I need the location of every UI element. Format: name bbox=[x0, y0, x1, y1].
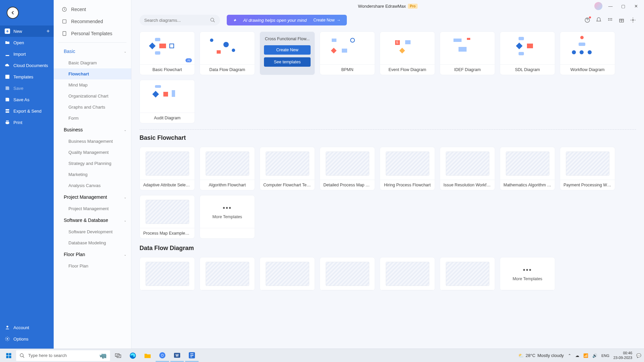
sub-basic-diagram[interactable]: Basic Diagram bbox=[54, 57, 131, 68]
add-icon[interactable]: + bbox=[47, 28, 50, 34]
sub-graphs[interactable]: Graphs and Charts bbox=[54, 102, 131, 113]
sub-marketing[interactable]: Marketing bbox=[54, 169, 131, 180]
tpl-process-map[interactable]: Process Map Examples Te... bbox=[140, 195, 195, 239]
tray-volume-icon[interactable]: 🔊 bbox=[592, 353, 597, 358]
cat-pm[interactable]: Project Management⌄ bbox=[54, 191, 131, 203]
content-scroll[interactable]: AI Basic Flowchart Data Flow Diagram Cro… bbox=[131, 28, 644, 349]
card-idef[interactable]: IDEF Diagram bbox=[440, 32, 495, 75]
tpl-payment[interactable]: Payment Processing Workf... bbox=[560, 147, 615, 190]
card-cross-functional[interactable]: Cross Functional Flow... Create New See … bbox=[260, 32, 315, 75]
ai-cta[interactable]: Create Now → bbox=[313, 18, 340, 22]
sub-pm[interactable]: Project Management bbox=[54, 203, 131, 214]
nav-cloud[interactable]: Cloud Documents bbox=[0, 60, 54, 71]
tpl-dfd-4[interactable] bbox=[320, 257, 375, 291]
card-audit[interactable]: Audit Diagram bbox=[140, 80, 195, 123]
sub-flowchart[interactable]: Flowchart bbox=[54, 68, 131, 79]
search-input[interactable] bbox=[144, 18, 210, 23]
card-dfd[interactable]: Data Flow Diagram bbox=[200, 32, 255, 75]
nav-export[interactable]: Export & Send bbox=[0, 105, 54, 117]
tray-chevron-icon[interactable]: ⌃ bbox=[568, 353, 571, 358]
card-bpmn[interactable]: BPMN bbox=[320, 32, 375, 75]
close-button[interactable]: ✕ bbox=[631, 1, 641, 11]
tpl-computer[interactable]: Computer Flowchart Temp... bbox=[260, 147, 315, 190]
svg-point-14 bbox=[611, 18, 612, 19]
search-box[interactable] bbox=[140, 15, 220, 25]
nav-print[interactable]: Print bbox=[0, 117, 54, 128]
nav-account[interactable]: Account bbox=[0, 322, 54, 333]
card-label: Basic Flowchart bbox=[140, 65, 195, 75]
search-icon[interactable] bbox=[210, 17, 215, 23]
more-templates[interactable]: •••More Templates bbox=[200, 195, 255, 239]
grid-icon[interactable] bbox=[607, 17, 613, 23]
gift-icon[interactable] bbox=[619, 17, 625, 23]
nav-import[interactable]: Import bbox=[0, 48, 54, 60]
back-button[interactable] bbox=[7, 7, 19, 19]
maximize-button[interactable]: ▢ bbox=[619, 1, 628, 11]
app-chrome[interactable] bbox=[156, 350, 169, 362]
sub-quality[interactable]: Quality Management bbox=[54, 147, 131, 158]
see-templates-button[interactable]: See templates bbox=[264, 57, 311, 67]
nav-templates[interactable]: Templates bbox=[0, 71, 54, 82]
sub-form[interactable]: Form bbox=[54, 113, 131, 124]
card-label: IDEF Diagram bbox=[440, 65, 495, 75]
tpl-adaptive[interactable]: Adaptive Attribute Selectio... bbox=[140, 147, 195, 190]
help-icon[interactable] bbox=[584, 17, 590, 23]
card-label: SDL Diagram bbox=[500, 65, 555, 75]
cat-basic[interactable]: Basic⌄ bbox=[54, 45, 131, 57]
nav-saveas[interactable]: Save As bbox=[0, 94, 54, 105]
nav-save[interactable]: Save bbox=[0, 82, 54, 94]
app-edrawmax[interactable] bbox=[185, 350, 199, 362]
tpl-detailed[interactable]: Detailed Process Map Tem... bbox=[320, 147, 375, 190]
ai-banner[interactable]: ✦ AI drawing helps open your mind Create… bbox=[227, 15, 347, 25]
divider bbox=[140, 129, 636, 130]
card-workflow[interactable]: Workflow Diagram bbox=[560, 32, 615, 75]
nav-new[interactable]: + New + bbox=[0, 25, 54, 37]
cat-floor[interactable]: Floor Plan⌄ bbox=[54, 248, 131, 260]
nav-recommended[interactable]: Recommended bbox=[56, 15, 129, 27]
tpl-math[interactable]: Mathematics Algorithm Fl... bbox=[500, 147, 555, 190]
sub-orgchart[interactable]: Organizational Chart bbox=[54, 90, 131, 102]
start-button[interactable] bbox=[3, 350, 15, 362]
sub-mindmap[interactable]: Mind Map bbox=[54, 79, 131, 90]
tpl-hiring[interactable]: Hiring Process Flowchart bbox=[380, 147, 435, 190]
sub-strategy[interactable]: Strategy and Planning bbox=[54, 158, 131, 169]
notifications-icon[interactable]: 💬 bbox=[636, 353, 641, 358]
tray-wifi-icon[interactable]: 📶 bbox=[583, 353, 588, 358]
cat-business[interactable]: Business⌄ bbox=[54, 124, 131, 136]
minimize-button[interactable]: — bbox=[606, 1, 615, 11]
tray-onedrive-icon[interactable]: ☁ bbox=[575, 353, 579, 358]
tpl-issue[interactable]: Issue Resolution Workflow ... bbox=[440, 147, 495, 190]
tpl-algorithm[interactable]: Algorithm Flowchart bbox=[200, 147, 255, 190]
cat-sw[interactable]: Software & Database⌄ bbox=[54, 214, 131, 226]
nav-open[interactable]: Open bbox=[0, 37, 54, 48]
tpl-dfd-1[interactable] bbox=[140, 257, 195, 291]
taskview-button[interactable] bbox=[111, 350, 125, 362]
nav-options[interactable]: Options bbox=[0, 333, 54, 345]
app-word[interactable]: W bbox=[170, 350, 184, 362]
tpl-dfd-5[interactable] bbox=[380, 257, 435, 291]
app-edge[interactable] bbox=[126, 350, 140, 362]
tpl-dfd-6[interactable] bbox=[440, 257, 495, 291]
app-explorer[interactable] bbox=[141, 350, 154, 362]
nav-recent[interactable]: Recent bbox=[56, 3, 129, 15]
weather-widget[interactable]: ⛅ 28°C Mostly cloudy bbox=[518, 353, 564, 358]
settings-icon[interactable] bbox=[630, 17, 636, 23]
card-basic-flowchart[interactable]: AI Basic Flowchart bbox=[140, 32, 195, 75]
more-templates-dfd[interactable]: •••More Templates bbox=[500, 257, 555, 291]
sub-floorplan[interactable]: Floor Plan bbox=[54, 260, 131, 272]
sub-db[interactable]: Database Modeling bbox=[54, 237, 131, 248]
tpl-dfd-2[interactable] bbox=[200, 257, 255, 291]
sub-biz-mgmt[interactable]: Business Management bbox=[54, 136, 131, 147]
card-sdl[interactable]: SDL Diagram bbox=[500, 32, 555, 75]
tpl-dfd-3[interactable] bbox=[260, 257, 315, 291]
create-new-button[interactable]: Create New bbox=[264, 45, 311, 55]
sub-swdev[interactable]: Software Development bbox=[54, 226, 131, 237]
taskbar-search[interactable]: Type here to search 🦏 bbox=[16, 350, 110, 361]
clock[interactable]: 00:46 23-09-2023 bbox=[613, 351, 632, 360]
sub-analysis[interactable]: Analysis Canvas bbox=[54, 180, 131, 191]
nav-personal-templates[interactable]: Personal Templates bbox=[56, 27, 129, 40]
avatar[interactable] bbox=[594, 2, 602, 10]
tray-language[interactable]: ENG bbox=[601, 354, 609, 358]
bell-icon[interactable] bbox=[596, 17, 602, 23]
card-event-flow[interactable]: E Event Flow Diagram bbox=[380, 32, 435, 75]
